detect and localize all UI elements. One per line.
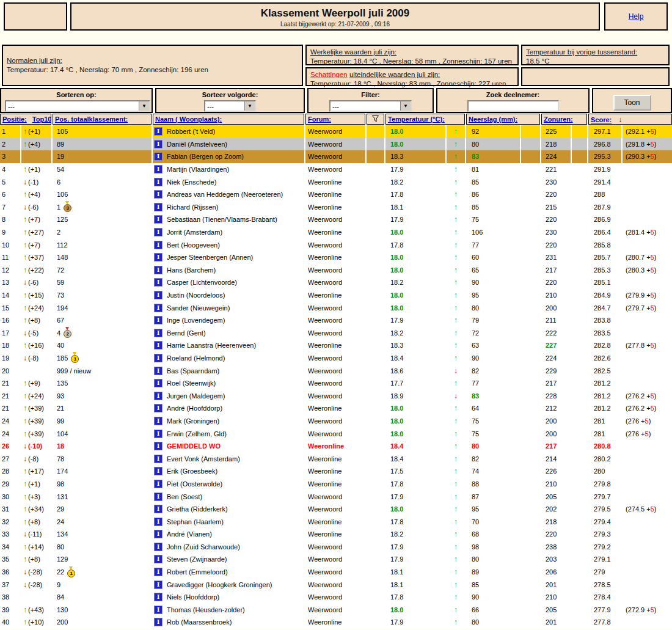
- profile-icon[interactable]: I: [154, 341, 163, 350]
- profile-icon[interactable]: I: [154, 127, 163, 136]
- profile-icon[interactable]: I: [154, 430, 163, 438]
- sort-order-select[interactable]: --- ▼: [204, 100, 256, 112]
- profile-icon[interactable]: I: [154, 215, 163, 224]
- profile-icon[interactable]: I: [154, 555, 163, 563]
- profile-icon[interactable]: I: [154, 455, 163, 463]
- profile-icon[interactable]: I: [154, 480, 163, 488]
- profile-icon[interactable]: I: [154, 278, 163, 287]
- precipitation-cell: 60: [466, 251, 520, 264]
- precipitation-cell: 83: [466, 150, 520, 163]
- temperature-cell: 18.0: [385, 503, 445, 516]
- profile-icon[interactable]: I: [154, 493, 163, 501]
- dropdown-arrow-icon[interactable]: ▼: [244, 101, 255, 111]
- profile-icon[interactable]: I: [154, 291, 163, 299]
- dropdown-arrow-icon[interactable]: ▼: [400, 101, 411, 111]
- profile-icon[interactable]: I: [154, 354, 163, 362]
- actual-label: Werkelijke waarden juli zijn:: [310, 48, 396, 56]
- score-cell: 283.8: [588, 314, 621, 327]
- search-participant-input[interactable]: [467, 100, 559, 112]
- participant-name: Rob (Maarssenbroek): [167, 618, 232, 626]
- forum-filter-cell[interactable]: [367, 114, 384, 125]
- profile-icon[interactable]: I: [154, 165, 163, 174]
- profile-icon[interactable]: I: [154, 253, 163, 262]
- profile-icon[interactable]: I: [154, 190, 163, 199]
- profile-icon[interactable]: I: [154, 152, 163, 161]
- profile-icon[interactable]: I: [154, 203, 163, 211]
- sort-by-select[interactable]: --- ▼: [5, 100, 150, 112]
- temperature-trend-arrow-icon: ↑: [454, 417, 458, 425]
- sort-pos-totaal-link[interactable]: Pos. totaalklassement:: [55, 115, 128, 123]
- show-button[interactable]: Toon: [613, 95, 651, 111]
- profile-icon[interactable]: I: [154, 593, 163, 601]
- spacer-cell: [572, 478, 587, 491]
- profile-icon[interactable]: I: [154, 178, 163, 186]
- profile-icon[interactable]: I: [154, 304, 163, 312]
- table-row: 24 ↑(+39) 104 IErwin (Zelhem, Gld) Weerw…: [0, 427, 672, 440]
- sort-zonuren-link[interactable]: Zonuren:: [544, 115, 573, 123]
- profile-icon[interactable]: I: [154, 316, 163, 324]
- temperature-cell: 18.9: [385, 389, 445, 402]
- profile-icon[interactable]: I: [154, 442, 163, 450]
- profile-icon[interactable]: I: [154, 467, 163, 475]
- spacer-cell: [572, 427, 587, 440]
- sort-neerslag-link[interactable]: Neerslag (mm):: [469, 115, 517, 123]
- profile-icon[interactable]: I: [154, 241, 163, 249]
- estimates-info-box: Schattingen uiteindelijke waarden juli z…: [305, 67, 519, 86]
- participant-name: Roeland (Helmond): [167, 354, 225, 362]
- score-bonus-cell: [623, 478, 672, 491]
- profile-icon[interactable]: I: [154, 530, 163, 538]
- precipitation-cell: 85: [466, 201, 520, 214]
- filter-funnel-icon[interactable]: [371, 115, 379, 123]
- position-cell: 14: [0, 289, 20, 302]
- profile-icon[interactable]: I: [154, 606, 163, 614]
- participant-cell: IMartijn (Vlaardingen): [153, 163, 304, 176]
- forum-cell: Weeronline: [305, 188, 365, 201]
- profile-icon[interactable]: I: [154, 392, 163, 400]
- profile-icon[interactable]: I: [154, 581, 163, 589]
- sort-positie-link[interactable]: Positie:: [2, 115, 27, 123]
- spacer-cell: [367, 327, 384, 340]
- profile-icon[interactable]: I: [154, 367, 163, 375]
- position-cell: 9: [0, 226, 20, 239]
- sort-score-link[interactable]: Score:: [591, 116, 612, 123]
- forum-cell: Weerwoord: [305, 301, 365, 314]
- filter-select[interactable]: --- ▼: [329, 100, 412, 112]
- profile-icon[interactable]: I: [154, 140, 163, 148]
- score-cell: 281.2: [588, 377, 621, 390]
- position-cell: 28: [0, 465, 20, 478]
- profile-icon[interactable]: I: [154, 329, 163, 337]
- spacer-cell: [572, 503, 587, 516]
- profile-icon[interactable]: I: [154, 518, 163, 526]
- forum-cell: Weeronline: [305, 465, 365, 478]
- help-link[interactable]: Help: [629, 12, 644, 21]
- profile-icon[interactable]: I: [154, 543, 163, 551]
- score-bonus-cell: (281.4 + 5): [623, 226, 672, 239]
- temperature-trend-cell: ↑: [447, 352, 465, 365]
- profile-icon[interactable]: I: [154, 266, 163, 274]
- dropdown-arrow-icon[interactable]: ▼: [139, 101, 149, 111]
- sort-temperatuur-link[interactable]: Temperatuur (°C):: [388, 115, 445, 123]
- profile-icon[interactable]: I: [154, 417, 163, 425]
- profile-icon[interactable]: I: [154, 568, 163, 576]
- score-cell: 279: [588, 566, 621, 579]
- sort-top10-link[interactable]: Top10: [32, 115, 51, 123]
- overall-position-cell: 1851: [53, 352, 152, 365]
- spacer-cell: [572, 591, 587, 604]
- estimates-link[interactable]: Schattingen: [310, 71, 348, 78]
- profile-icon[interactable]: I: [154, 379, 163, 387]
- profile-icon[interactable]: I: [154, 404, 163, 412]
- temperature-cell: 17.8: [385, 591, 445, 604]
- spacer-cell: [367, 175, 384, 188]
- profile-icon[interactable]: I: [154, 228, 163, 236]
- sort-forum-link[interactable]: Forum:: [308, 115, 331, 123]
- spacer-cell: [521, 541, 540, 554]
- precipitation-cell: 95: [466, 503, 520, 516]
- score-bonus-cell: (290.3 + 5): [623, 150, 672, 163]
- score-cell: 279.3: [588, 528, 621, 541]
- temperature-trend-cell: ↑: [447, 175, 465, 188]
- sort-naam-link[interactable]: Naam ( Woonplaats):: [155, 115, 222, 123]
- profile-icon[interactable]: I: [154, 505, 163, 513]
- position-cell: 17: [0, 327, 20, 340]
- profile-icon[interactable]: I: [154, 618, 163, 626]
- forum-cell: Weeronline: [305, 339, 365, 352]
